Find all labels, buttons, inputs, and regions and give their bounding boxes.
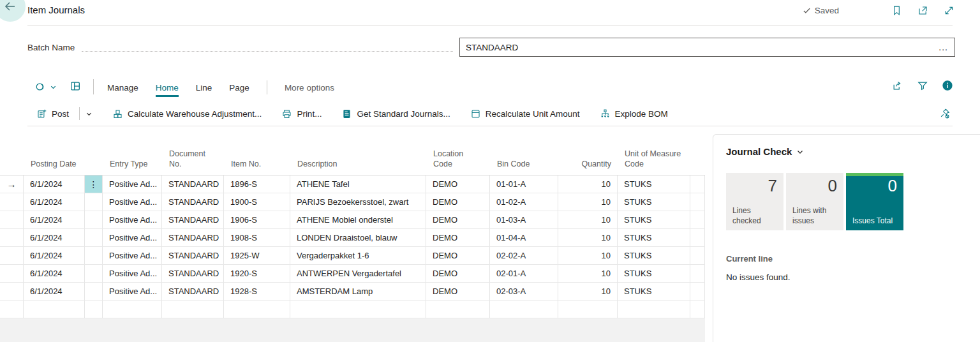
description-cell[interactable]: LONDEN Draaistoel, blauw [290, 229, 426, 246]
entry-type-cell[interactable]: Positive Ad... [103, 175, 162, 193]
uom-cell[interactable] [618, 301, 690, 318]
views-button[interactable] [35, 81, 57, 93]
posting-date-cell[interactable] [24, 301, 85, 318]
uom-cell[interactable]: STUKS [618, 283, 690, 300]
item-no-cell[interactable]: 1908-S [224, 229, 290, 246]
item-no-cell[interactable]: 1925-W [224, 247, 290, 264]
batch-name-input[interactable]: STANDAARD ... [459, 38, 955, 57]
spacer-cell[interactable] [690, 283, 705, 300]
bookmark-icon[interactable] [891, 5, 902, 16]
journal-check-tile[interactable]: 0Issues Total [846, 173, 903, 230]
col-description[interactable]: Description [290, 159, 426, 175]
explode-bom-button[interactable]: Explode BOM [600, 108, 668, 119]
journal-check-header[interactable]: Journal Check [726, 146, 974, 157]
col-document-no[interactable]: Document No. [162, 149, 224, 175]
row-options-cell[interactable] [85, 229, 103, 246]
table-row[interactable]: 6/1/2024Positive Ad...STANDAARD1908-SLON… [0, 229, 705, 247]
table-row[interactable]: 6/1/2024Positive Ad...STANDAARD1920-SANT… [0, 265, 705, 283]
menu-item-line[interactable]: Line [196, 83, 212, 93]
item-no-cell[interactable] [224, 301, 290, 318]
bin-code-cell[interactable]: 01-04-A [490, 229, 558, 246]
entry-type-cell[interactable]: Positive Ad... [103, 265, 162, 282]
chevron-down-icon[interactable] [85, 110, 93, 117]
col-item-no[interactable]: Item No. [224, 159, 290, 175]
entry-type-cell[interactable]: Positive Ad... [103, 193, 162, 211]
bin-code-cell[interactable]: 02-01-A [490, 265, 558, 282]
document-no-cell[interactable]: STANDAARD [162, 193, 224, 211]
item-no-cell[interactable]: 1906-S [224, 211, 290, 228]
location-code-cell[interactable] [426, 301, 490, 318]
quantity-cell[interactable]: 10 [558, 229, 618, 246]
item-no-cell[interactable]: 1896-S [224, 175, 290, 193]
entry-type-cell[interactable]: Positive Ad... [103, 283, 162, 300]
table-row[interactable]: 6/1/2024Positive Ad...STANDAARD1925-WVer… [0, 247, 705, 265]
row-select-cell[interactable] [0, 247, 24, 264]
spacer-cell[interactable] [690, 247, 705, 264]
row-select-cell[interactable] [0, 283, 24, 300]
row-options-cell[interactable] [85, 265, 103, 282]
quantity-cell[interactable]: 10 [558, 265, 618, 282]
row-select-cell[interactable] [0, 211, 24, 228]
batch-lookup-button[interactable]: ... [939, 42, 954, 52]
description-cell[interactable] [290, 301, 426, 318]
calculate-warehouse-adjustment-button[interactable]: Calculate Warehouse Adjustment... [112, 108, 262, 119]
info-icon[interactable] [942, 80, 953, 91]
spacer-cell[interactable] [690, 301, 705, 318]
document-no-cell[interactable] [162, 301, 224, 318]
spacer-cell[interactable] [690, 265, 705, 282]
spacer-cell[interactable] [690, 229, 705, 246]
location-code-cell[interactable]: DEMO [426, 193, 490, 211]
col-quantity[interactable]: Quantity [558, 159, 618, 175]
bin-code-cell[interactable] [490, 301, 558, 318]
quantity-cell[interactable]: 10 [558, 283, 618, 300]
location-code-cell[interactable]: DEMO [426, 229, 490, 246]
entry-type-cell[interactable] [103, 301, 162, 318]
col-posting-date[interactable]: Posting Date [24, 159, 85, 175]
bin-code-cell[interactable]: 01-01-A [490, 175, 558, 193]
row-options-cell[interactable] [85, 247, 103, 264]
uom-cell[interactable]: STUKS [618, 247, 690, 264]
row-select-cell[interactable] [0, 229, 24, 246]
document-no-cell[interactable]: STANDAARD [162, 211, 224, 228]
spacer-cell[interactable] [690, 193, 705, 211]
quantity-cell[interactable]: 10 [558, 193, 618, 211]
description-cell[interactable]: ATHENE Mobiel onderstel [290, 211, 426, 228]
col-entry-type[interactable]: Entry Type [103, 159, 162, 175]
document-no-cell[interactable]: STANDAARD [162, 283, 224, 300]
bin-code-cell[interactable]: 01-03-A [490, 211, 558, 228]
col-bin-code[interactable]: Bin Code [490, 159, 558, 175]
row-options-cell[interactable] [85, 211, 103, 228]
menu-item-home[interactable]: Home [156, 83, 179, 93]
spacer-cell[interactable] [690, 175, 705, 193]
row-select-cell[interactable] [0, 265, 24, 282]
journal-check-tile[interactable]: 0Lines with issues [786, 173, 843, 230]
table-row[interactable]: 6/1/2024Positive Ad...STANDAARD1928-SAMS… [0, 283, 705, 301]
item-no-cell[interactable]: 1928-S [224, 283, 290, 300]
location-code-cell[interactable]: DEMO [426, 211, 490, 228]
layout-board-icon[interactable] [70, 80, 81, 92]
row-options-menu-icon[interactable]: ⋮ [85, 175, 103, 193]
location-code-cell[interactable]: DEMO [426, 175, 490, 193]
document-no-cell[interactable]: STANDAARD [162, 175, 224, 193]
table-row[interactable]: →6/1/2024⋮Positive Ad...STANDAARD1896-SA… [0, 175, 705, 193]
back-button[interactable] [0, 0, 26, 22]
quantity-cell[interactable]: 10 [558, 211, 618, 228]
item-no-cell[interactable]: 1920-S [224, 265, 290, 282]
posting-date-cell[interactable]: 6/1/2024 [24, 229, 85, 246]
bin-code-cell[interactable]: 01-02-A [490, 193, 558, 211]
bin-code-cell[interactable]: 02-03-A [490, 283, 558, 300]
open-in-window-icon[interactable] [917, 5, 928, 16]
location-code-cell[interactable]: DEMO [426, 247, 490, 264]
entry-type-cell[interactable]: Positive Ad... [103, 229, 162, 246]
document-no-cell[interactable]: STANDAARD [162, 247, 224, 264]
uom-cell[interactable]: STUKS [618, 175, 690, 193]
document-no-cell[interactable]: STANDAARD [162, 265, 224, 282]
description-cell[interactable]: ANTWERPEN Vergadertafel [290, 265, 426, 282]
row-options-cell[interactable] [85, 301, 103, 318]
description-cell[interactable]: AMSTERDAM Lamp [290, 283, 426, 300]
table-row[interactable]: 6/1/2024Positive Ad...STANDAARD1900-SPAR… [0, 193, 705, 211]
unpin-icon[interactable] [939, 108, 951, 119]
quantity-cell[interactable]: 10 [558, 175, 618, 193]
entry-type-cell[interactable]: Positive Ad... [103, 247, 162, 264]
menu-item-page[interactable]: Page [229, 83, 249, 93]
